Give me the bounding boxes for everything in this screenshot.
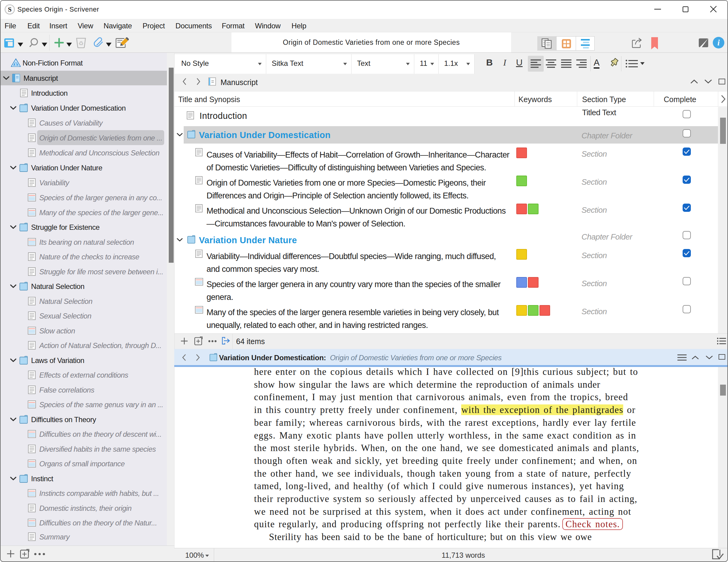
svg-text:S: S: [8, 6, 12, 13]
svg-text:♻: ♻: [78, 40, 83, 47]
svg-text:i: i: [717, 38, 720, 47]
